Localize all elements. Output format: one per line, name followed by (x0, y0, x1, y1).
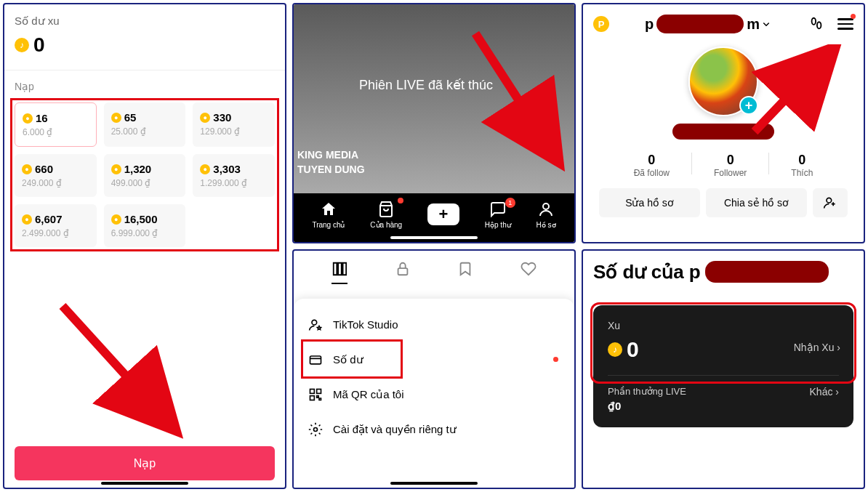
followers-count: 0 (714, 153, 747, 168)
other-link[interactable]: Khác › (810, 386, 839, 413)
heart-icon (521, 261, 537, 277)
coin-option[interactable]: ●16,5006.999.000 ₫ (104, 204, 186, 247)
coin-amount: 330 (213, 111, 231, 124)
qr-icon (308, 387, 323, 402)
svg-rect-15 (310, 395, 315, 400)
coin-icon: ♪ (608, 342, 622, 357)
menu-studio[interactable]: TikTok Studio (294, 307, 574, 342)
wallet-icon (308, 352, 323, 367)
menu-settings-label: Cài đặt và quyền riêng tư (333, 423, 457, 436)
coin-price: 129.000 ₫ (200, 126, 268, 137)
coin-icon: ● (22, 164, 32, 174)
profile-header: P p m (593, 15, 853, 33)
coin-option[interactable]: ●1,320499.000 ₫ (104, 154, 186, 197)
coin-price: 2.499.000 ₫ (22, 228, 89, 238)
title-prefix: Số dư của p (593, 261, 701, 283)
tab-grid[interactable] (331, 261, 347, 284)
coin-icon: ● (200, 113, 210, 123)
receive-xu-link[interactable]: Nhận Xu › (794, 342, 840, 353)
panel-balance-detail: Số dư của p Xu ♪ 0 Nhận Xu › Phần thưởng… (582, 249, 865, 490)
coin-option[interactable]: ●166.000 ₫ (15, 102, 97, 147)
p-badge: P (593, 16, 609, 32)
balance-page-title: Số dư của p (593, 261, 853, 283)
nav-home-label: Trang chủ (312, 221, 345, 229)
coin-option[interactable]: ●6,6072.499.000 ₫ (15, 204, 97, 247)
balance-title: Số dư xu (15, 15, 275, 28)
add-friend-button[interactable] (813, 188, 848, 217)
edit-profile-button[interactable]: Sửa hồ sơ (599, 188, 700, 217)
recharge-label: Nạp (15, 81, 275, 92)
profile-buttons: Sửa hồ sơ Chia sẻ hồ sơ (593, 188, 853, 217)
tab-saved[interactable] (457, 261, 473, 284)
coin-option[interactable]: ●660249.000 ₫ (15, 154, 97, 197)
nav-inbox[interactable]: Hộp thư 1 (485, 201, 511, 229)
svg-point-4 (817, 22, 821, 28)
coin-options-grid: ●166.000 ₫ ●6525.000 ₫ ●330129.000 ₫ ●66… (15, 102, 275, 247)
svg-line-9 (63, 306, 172, 426)
menu-qr[interactable]: Mã QR của tôi (294, 377, 574, 412)
nav-create[interactable]: + (427, 203, 459, 225)
coin-option[interactable]: ●330129.000 ₫ (193, 102, 275, 147)
redacted-username (672, 124, 774, 140)
coin-price: 499.000 ₫ (111, 178, 179, 188)
balance-card: Xu ♪ 0 Nhận Xu › Phần thưởng LIVE ₫0 Khá… (593, 305, 853, 427)
profile-avatar[interactable]: + (688, 47, 758, 116)
bookmark-icon (457, 261, 473, 277)
reward-label: Phần thưởng LIVE (608, 386, 686, 397)
avatar-add-button[interactable]: + (739, 96, 758, 115)
coin-price: 249.000 ₫ (22, 178, 89, 188)
live-background: Phiên LIVE đã kết thúc KING MEDIA TUYEN … (294, 4, 574, 193)
coin-icon: ● (200, 164, 210, 174)
overlay-text-2: TUYEN DUNG (297, 164, 365, 175)
user-star-icon (308, 318, 323, 332)
recharge-button[interactable]: Nạp (15, 446, 275, 480)
shop-icon (377, 201, 395, 218)
coin-icon: ● (111, 164, 121, 174)
footsteps-icon[interactable] (808, 16, 824, 32)
home-indicator (390, 236, 478, 239)
stat-likes[interactable]: 0Thích (791, 153, 813, 178)
inbox-icon (489, 201, 507, 218)
hamburger-menu[interactable] (837, 18, 853, 30)
live-reward[interactable]: Phần thưởng LIVE ₫0 (608, 386, 686, 413)
coin-option[interactable]: ●6525.000 ₫ (104, 102, 186, 147)
coin-price: 25.000 ₫ (111, 126, 179, 137)
nav-profile-label: Hồ sơ (537, 221, 556, 229)
followers-label: Follower (714, 168, 747, 178)
coin-icon: ● (22, 214, 32, 225)
coin-amount: 16 (36, 112, 48, 124)
live-ended-text: Phiên LIVE đã kết thúc (359, 77, 493, 93)
coin-amount: 65 (124, 111, 137, 124)
svg-rect-12 (310, 356, 321, 364)
nav-shop[interactable]: Cửa hàng (370, 201, 402, 229)
nav-profile[interactable]: Hồ sơ (537, 201, 556, 229)
separator (4, 70, 285, 70)
xu-label: Xu (608, 320, 839, 331)
coin-icon: ● (111, 214, 121, 225)
tab-liked[interactable] (521, 261, 537, 284)
svg-point-0 (543, 203, 549, 209)
home-indicator (101, 482, 188, 485)
svg-point-11 (312, 320, 317, 325)
stat-followers[interactable]: 0Follower (714, 153, 747, 178)
likes-label: Thích (791, 168, 813, 178)
coin-icon: ● (23, 113, 33, 124)
menu-balance[interactable]: Số dư (294, 342, 574, 377)
home-indicator (390, 482, 478, 485)
redacted-name (705, 261, 829, 283)
coin-price: 6.999.000 ₫ (111, 228, 179, 238)
profile-username-dropdown[interactable]: p m (645, 15, 773, 33)
balance-value: 0 (33, 33, 45, 57)
stat-following[interactable]: 0Đã follow (634, 153, 670, 178)
panel-tiktok-home: Phiên LIVE đã kết thúc KING MEDIA TUYEN … (292, 3, 576, 243)
username-row (672, 124, 774, 142)
profile-tabs (294, 251, 574, 291)
overlay-text-1: KING MEDIA (297, 149, 358, 161)
coin-option[interactable]: ●3,3031.299.000 ₫ (193, 154, 275, 197)
tab-private[interactable] (395, 261, 411, 284)
share-profile-button[interactable]: Chia sẻ hồ sơ (706, 188, 807, 217)
menu-settings[interactable]: Cài đặt và quyền riêng tư (294, 412, 574, 447)
nav-home[interactable]: Trang chủ (312, 201, 345, 229)
coin-amount: 660 (35, 163, 53, 175)
redacted-name (656, 15, 744, 33)
